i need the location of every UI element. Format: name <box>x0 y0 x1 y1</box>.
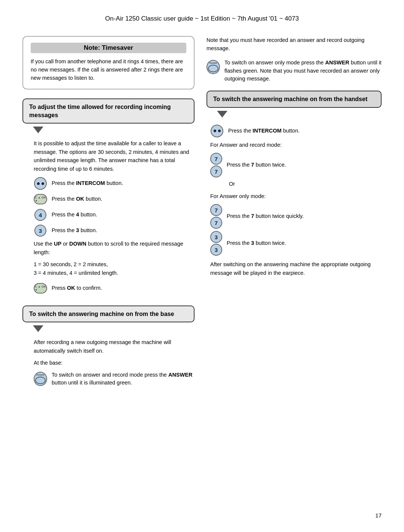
icon-stack-3s-only: 3 3 <box>210 231 222 256</box>
base-intro: After recording a new outgoing message t… <box>34 338 195 355</box>
step-intercom-left: Press the INTERCOM button. <box>34 177 195 190</box>
answer-circle <box>35 377 46 384</box>
tail-handset <box>217 111 227 118</box>
step-4: 4 Press the 4 button. <box>34 208 195 222</box>
num4-icon: 4 <box>34 208 47 222</box>
answer-icon-base-1: Answer <box>34 372 47 386</box>
after-switch-note: After switching on the answering machine… <box>210 260 382 277</box>
col-right: Note that you must have recorded an answ… <box>206 36 382 281</box>
intercom-icon-handset <box>210 124 224 138</box>
step-3-left: 3 Press the 3 button. <box>34 224 195 237</box>
hdot-2 <box>218 130 221 132</box>
step-ok-1: C ▲ OK▼ Press the OK button. <box>34 192 195 206</box>
step-intercom-handset: Press the INTERCOM button. <box>210 124 382 138</box>
page: On-Air 1250 Classic user guide ~ 1st Edi… <box>0 0 404 532</box>
num7-bot-only: 7 <box>210 217 222 229</box>
step-3-left-text: Press the 3 button. <box>52 227 97 235</box>
length-options: 1 = 30 seconds, 2 = 2 minutes, 3 = 4 min… <box>34 260 195 277</box>
icon-stack-7s-record: 7 7 <box>210 153 222 177</box>
for-answer-only-label: For Answer only mode: <box>210 192 382 200</box>
step-3s-only: 3 3 Press the 3 button twice. <box>210 231 382 256</box>
hdot-1 <box>214 130 216 132</box>
handset-heading-box: To switch the answering machine on from … <box>206 91 382 108</box>
base-section: To switch the answering machine on from … <box>22 305 195 332</box>
col-left: Note: Timesaver If you call from another… <box>22 36 195 389</box>
step-intercom-handset-text: Press the INTERCOM button. <box>228 127 300 135</box>
intercom-button-handset <box>211 125 223 137</box>
base-at-base: At the base: <box>34 359 195 367</box>
ok-label-confirm: C ▲ OK▼ <box>35 285 46 292</box>
num3-icon-left: 3 <box>34 224 47 237</box>
handset-content: Press the INTERCOM button. For Answer an… <box>206 121 382 277</box>
dot-1 <box>37 182 40 185</box>
step-ok-1-text: Press the OK button. <box>52 195 102 203</box>
ok-button-icon: C ▲ OK▼ <box>34 194 47 204</box>
answer-label-only: Answer <box>209 62 217 64</box>
step-ok-confirm: C ▲ OK▼ Press OK to confirm. <box>34 282 195 295</box>
step-7s-only-text: Press the 7 button twice quickly. <box>227 212 304 221</box>
num3-top-only: 3 <box>210 231 222 243</box>
base-heading-box: To switch the answering machine on from … <box>22 305 195 323</box>
header-title: On-Air 1250 Classic user guide ~ 1st Edi… <box>105 15 299 22</box>
answer-circle-only <box>208 65 218 72</box>
page-header: On-Air 1250 Classic user guide ~ 1st Edi… <box>22 15 382 22</box>
intercom-button-icon <box>34 177 47 190</box>
handset-heading: To switch the answering machine on from … <box>213 95 375 103</box>
num7-top-only: 7 <box>210 204 222 216</box>
step-7s-record-text: Press the 7 button twice. <box>227 161 286 169</box>
base-content: After recording a new outgoing message t… <box>22 334 195 387</box>
num3-bot-only: 3 <box>210 244 222 256</box>
base-heading: To switch the answering machine on from … <box>29 310 188 318</box>
num4-button-icon: 4 <box>34 209 46 221</box>
step-4-text: Press the 4 button. <box>52 211 97 219</box>
adjust-time-content: It is possible to adjust the time availa… <box>22 136 195 295</box>
num3-button-icon-left: 3 <box>34 225 46 237</box>
num7-top-record: 7 <box>210 153 222 165</box>
intercom-icon-left <box>34 177 47 190</box>
dot-2 <box>42 182 44 185</box>
tail-base <box>33 325 43 332</box>
step-3s-only-text: Press the 3 button twice. <box>227 239 286 247</box>
right-top-note: Note that you must have recorded an answ… <box>206 36 382 53</box>
use-updown-text: Use the UP or DOWN button to scroll to t… <box>34 240 195 256</box>
step-7s-record: 7 7 Press the 7 button twice. <box>210 153 382 177</box>
adjust-time-section: To adjust the time allowed for recording… <box>22 98 195 133</box>
base-answer-step-1-text: To switch on answer and record mode pres… <box>52 371 195 387</box>
page-number: 17 <box>375 512 382 519</box>
icon-stack-7s-only: 7 7 <box>210 204 222 229</box>
answer-only-text: To switch on answer only mode press the … <box>224 59 382 83</box>
base-answer-step-1: Answer To switch on answer and record mo… <box>34 371 195 387</box>
adjust-time-heading-box: To adjust the time allowed for recording… <box>22 98 195 124</box>
answer-icon-only: Answer <box>206 60 220 74</box>
ok-icon-1: C ▲ OK▼ <box>34 192 47 206</box>
note-timesaver-title: Note: Timesaver <box>31 43 186 53</box>
adjust-time-heading: To adjust the time allowed for recording… <box>29 103 188 119</box>
answer-button-only: Answer <box>206 60 220 74</box>
note-timesaver-text: If you call from another telephone and i… <box>31 58 186 82</box>
two-col-layout: Note: Timesaver If you call from another… <box>22 36 382 389</box>
step-intercom-left-text: Press the INTERCOM button. <box>52 179 123 188</box>
adjust-time-intro: It is possible to adjust the time availa… <box>34 139 195 173</box>
for-answer-record-label: For Answer and record mode: <box>210 141 382 149</box>
answer-only-row: Answer To switch on answer only mode pre… <box>206 59 382 83</box>
ok-button-icon-confirm: C ▲ OK▼ <box>34 283 47 294</box>
or-label: Or <box>229 180 382 188</box>
ok-icon-confirm: C ▲ OK▼ <box>34 282 47 295</box>
step-7s-only: 7 7 Press the 7 button twice quickly. <box>210 204 382 229</box>
step-ok-confirm-text: Press OK to confirm. <box>52 284 102 292</box>
note-timesaver-box: Note: Timesaver If you call from another… <box>22 36 195 89</box>
num7-bot-record: 7 <box>210 165 222 177</box>
answer-label-base: Answer <box>36 374 45 376</box>
tail-adjust-time <box>33 127 43 133</box>
ok-label: C ▲ OK▼ <box>35 196 46 203</box>
answer-button-base-1: Answer <box>34 372 47 386</box>
